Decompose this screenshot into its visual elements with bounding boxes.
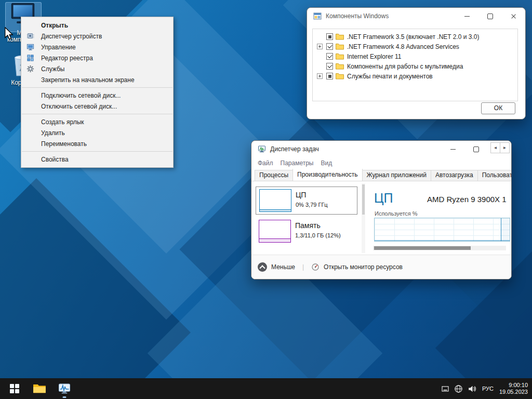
services-gear-icon (26, 65, 39, 73)
close-button[interactable] (502, 8, 525, 24)
open-resource-monitor-link[interactable]: Открыть монитор ресурсов (324, 263, 403, 271)
file-explorer-icon (33, 383, 46, 394)
features-list: .NET Framework 3.5 (включает .NET 2.0 и … (312, 29, 518, 101)
maximize-button[interactable] (464, 141, 488, 157)
menu-item-management[interactable]: Управление (21, 42, 173, 52)
menu-icon-spacer (26, 155, 39, 164)
task-manager-window: Диспетчер задач Файл Параметры Вид Проце… (251, 140, 512, 280)
feature-label: .NET Framework 3.5 (включает .NET 2.0 и … (347, 33, 480, 41)
folder-icon (336, 53, 344, 60)
tab-startup[interactable]: Автозагрузка (431, 170, 478, 181)
ok-button[interactable]: ОК (481, 102, 515, 114)
menu-icon-spacer (26, 21, 39, 30)
cpu-detail-title: ЦП (374, 191, 393, 206)
expand-plus-icon[interactable] (317, 73, 323, 79)
registry-editor-icon (26, 54, 39, 62)
touch-keyboard-icon[interactable] (441, 384, 449, 393)
menu-item-disconnect-network-drive[interactable]: Отключить сетевой диск... (21, 101, 173, 112)
menu-item-registry-editor[interactable]: Редактор реестра (21, 52, 173, 63)
memory-mini-graph (259, 220, 291, 243)
menu-icon-spacer (26, 76, 39, 84)
horizontal-scrollbar[interactable] (373, 246, 506, 250)
menu-view[interactable]: Вид (321, 159, 332, 167)
close-icon (511, 14, 516, 19)
taskbar-task-manager-button[interactable] (52, 378, 77, 399)
checkbox-checked[interactable] (326, 63, 333, 70)
folder-icon (336, 43, 344, 50)
menu-item-map-network-drive[interactable]: Подключить сетевой диск... (21, 90, 173, 101)
menu-separator (22, 114, 172, 114)
minimize-icon (450, 149, 456, 150)
network-globe-icon[interactable] (454, 384, 463, 393)
task-manager-taskbar-icon (58, 383, 71, 394)
device-manager-icon (26, 32, 39, 41)
windows-features-dialog: Компоненты Windows .NET Framework 3.5 (в… (307, 7, 526, 119)
tab-strip: Процессы Производительность Журнал прило… (251, 169, 511, 181)
context-menu: Открыть Диспетчер устройств (21, 17, 174, 168)
menu-file[interactable]: Файл (258, 159, 273, 167)
vertical-scrollbar[interactable] (362, 183, 365, 253)
menu-item-services[interactable]: Службы (21, 63, 173, 74)
graph-baseline (375, 240, 510, 241)
title-bar[interactable]: Диспетчер задач (251, 141, 511, 157)
folder-icon (336, 33, 344, 40)
feature-item-net48[interactable]: .NET Framework 4.8 Advanced Services (313, 42, 517, 51)
scrollbar-thumb[interactable] (374, 246, 471, 250)
menu-item-pin-to-start[interactable]: Закрепить на начальном экране (21, 74, 173, 85)
feature-item-print-services[interactable]: Службы печати и документов (313, 71, 517, 81)
checkbox-partial[interactable] (326, 33, 333, 40)
menu-item-device-manager[interactable]: Диспетчер устройств (21, 31, 173, 42)
menu-item-create-shortcut[interactable]: Создать ярлык (21, 116, 173, 127)
feature-label: .NET Framework 4.8 Advanced Services (347, 43, 459, 50)
minimize-button[interactable] (455, 8, 478, 24)
volume-icon[interactable] (468, 384, 476, 393)
menu-icon-spacer (26, 140, 39, 148)
windows-features-icon (313, 12, 322, 20)
memory-card-title: Память (295, 221, 321, 230)
folder-icon (336, 63, 344, 70)
tab-scroll-right-icon[interactable]: ► (500, 142, 510, 153)
tab-users[interactable]: Пользователи (477, 170, 511, 181)
cpu-card-value: 0% 3,79 ГГц (296, 202, 328, 208)
usage-label: Используется % (375, 210, 418, 217)
windows-logo-icon (10, 384, 19, 393)
menu-icon-spacer (26, 118, 39, 126)
tab-performance[interactable]: Производительность (292, 169, 362, 181)
checkbox-checked[interactable] (326, 53, 333, 60)
footer-divider: | (299, 263, 307, 271)
menu-icon-spacer (26, 129, 39, 137)
checkbox-checked[interactable] (326, 43, 333, 50)
window-title: Диспетчер задач (270, 145, 319, 153)
feature-item-net35[interactable]: .NET Framework 3.5 (включает .NET 2.0 и … (313, 32, 517, 42)
fewer-details-button[interactable]: Меньше (271, 263, 295, 271)
menu-item-rename[interactable]: Переименовать (21, 138, 173, 149)
language-indicator[interactable]: РУС (481, 385, 495, 392)
minimize-button[interactable] (441, 141, 464, 157)
minimize-icon (464, 16, 470, 17)
checkbox-partial[interactable] (326, 73, 333, 79)
tab-app-history[interactable]: Журнал приложений (362, 170, 431, 181)
menu-item-delete[interactable]: Удалить (21, 127, 173, 138)
memory-card[interactable]: Память 1,3/11,0 ГБ (12%) (256, 218, 357, 246)
menu-item-open[interactable]: Открыть (21, 20, 173, 31)
cpu-card[interactable]: ЦП 0% 3,79 ГГц (256, 187, 357, 215)
taskbar-clock[interactable]: 9:00:10 19.05.2023 (499, 382, 528, 395)
start-button[interactable] (2, 378, 27, 399)
menu-item-properties[interactable]: Свойства (21, 154, 173, 165)
feature-item-media[interactable]: Компоненты для работы с мультимедиа (313, 61, 517, 71)
menu-separator (22, 87, 172, 88)
tab-scroll-left-icon[interactable]: ◄ (490, 142, 500, 153)
feature-label: Компоненты для работы с мультимедиа (347, 63, 463, 70)
performance-pane: ЦП 0% 3,79 ГГц Память 1,3/11,0 ГБ (12%) … (251, 181, 511, 255)
menu-icon-spacer (26, 91, 39, 100)
tab-processes[interactable]: Процессы (255, 170, 293, 181)
feature-item-ie11[interactable]: Internet Explorer 11 (313, 51, 517, 61)
expand-plus-icon[interactable] (317, 44, 323, 49)
menu-options[interactable]: Параметры (281, 159, 314, 167)
title-bar[interactable]: Компоненты Windows (307, 8, 525, 24)
maximize-button[interactable] (478, 8, 502, 24)
maximize-icon (473, 147, 479, 152)
feature-label: Internet Explorer 11 (347, 53, 402, 60)
cpu-usage-graph (374, 218, 510, 242)
taskbar-explorer-button[interactable] (27, 378, 52, 399)
